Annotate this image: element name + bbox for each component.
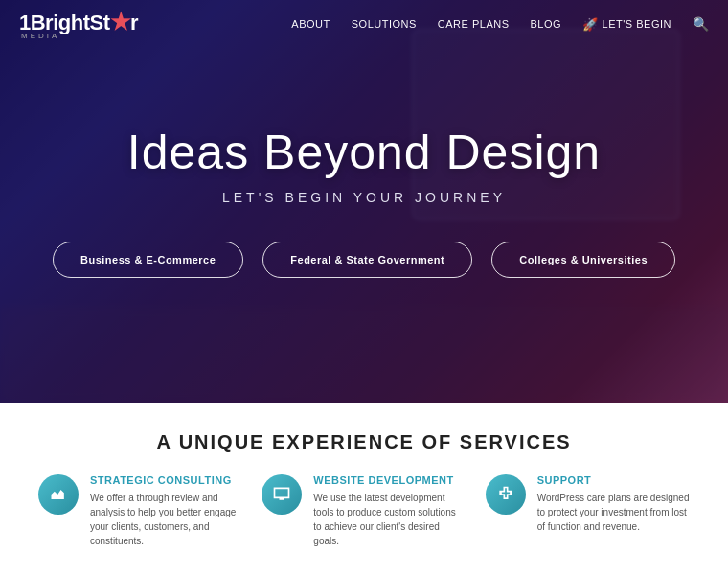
development-icon-circle (262, 474, 302, 515)
hero-subtitle: LET'S BEGIN YOUR JOURNEY (222, 190, 506, 205)
service-item-development: WEBSITE DEVELOPMENT We use the latest de… (262, 474, 466, 548)
services-section: A UNIQUE EXPERIENCE OF SERVICES STRATEGI… (0, 402, 728, 575)
support-icon-circle (486, 474, 526, 515)
services-grid: STRATEGIC CONSULTING We offer a through … (38, 474, 690, 548)
service-item-support: SUPPORT WordPress care plans are designe… (486, 474, 690, 548)
hero-buttons: Business & E-Commerce Federal & State Go… (53, 242, 675, 278)
hero-content: Ideas Beyond Design LET'S BEGIN YOUR JOU… (53, 125, 675, 278)
hero-btn-business[interactable]: Business & E-Commerce (53, 242, 243, 278)
monitor-icon (272, 485, 291, 504)
logo[interactable]: 1BrightSt★r MEDIA (19, 9, 138, 40)
support-name: SUPPORT (537, 474, 690, 486)
consulting-icon-circle (38, 474, 79, 515)
hero-btn-colleges[interactable]: Colleges & Universities (491, 242, 675, 278)
cross-icon (496, 485, 515, 504)
nav-lets-begin[interactable]: 🚀 LET'S BEGIN (582, 17, 671, 32)
service-item-consulting: STRATEGIC CONSULTING We offer a through … (38, 474, 242, 548)
header: 1BrightSt★r MEDIA ABOUT SOLUTIONS CARE P… (0, 0, 728, 48)
nav-blog[interactable]: BLOG (531, 18, 562, 30)
rocket-icon: 🚀 (582, 17, 599, 32)
nav-about[interactable]: ABOUT (291, 18, 330, 30)
consulting-desc: We offer a through review and analysis t… (90, 491, 242, 548)
hero-btn-government[interactable]: Federal & State Government (262, 242, 472, 278)
support-text: SUPPORT WordPress care plans are designe… (537, 474, 690, 534)
development-text: WEBSITE DEVELOPMENT We use the latest de… (313, 474, 466, 548)
consulting-name: STRATEGIC CONSULTING (90, 474, 242, 486)
support-desc: WordPress care plans are designed to pro… (537, 491, 690, 534)
development-desc: We use the latest development tools to p… (313, 491, 466, 548)
search-icon[interactable]: 🔍 (693, 16, 709, 32)
hero-title: Ideas Beyond Design (127, 125, 601, 180)
main-nav: ABOUT SOLUTIONS CARE PLANS BLOG 🚀 LET'S … (291, 16, 709, 32)
nav-solutions[interactable]: SOLUTIONS (352, 18, 417, 30)
development-name: WEBSITE DEVELOPMENT (313, 474, 466, 486)
chart-icon (49, 485, 68, 504)
nav-care-plans[interactable]: CARE PLANS (438, 18, 510, 30)
consulting-text: STRATEGIC CONSULTING We offer a through … (90, 474, 242, 548)
services-title: A UNIQUE EXPERIENCE OF SERVICES (38, 431, 690, 453)
hero-section: Ideas Beyond Design LET'S BEGIN YOUR JOU… (0, 0, 728, 402)
